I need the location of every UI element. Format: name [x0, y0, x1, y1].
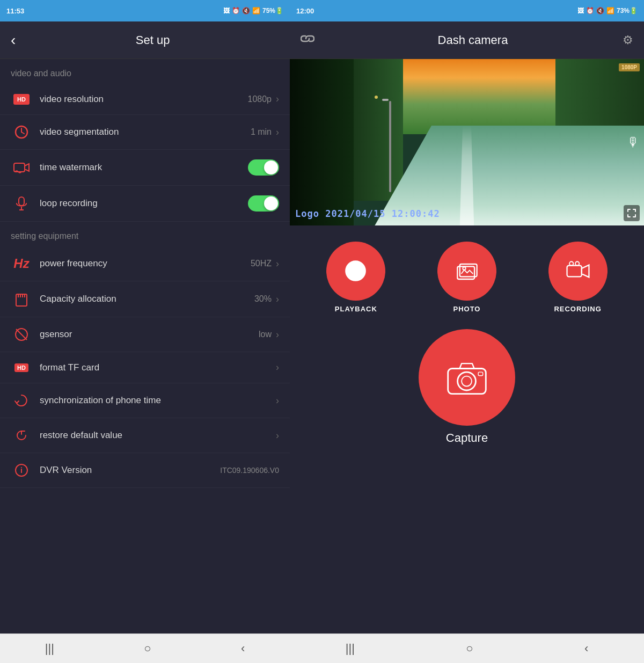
svg-line-14: [16, 329, 27, 340]
home-button[interactable]: ○: [140, 637, 155, 660]
setup-header: ‹ Set up: [0, 21, 290, 59]
setting-format-tf[interactable]: HD format TF card ›: [0, 352, 290, 383]
setting-capacity-allocation[interactable]: Capacity allocation 30% ›: [0, 281, 290, 317]
chevron-icon: ›: [276, 430, 279, 441]
recents-button[interactable]: |||: [41, 637, 58, 660]
chevron-icon: ›: [276, 258, 279, 269]
svg-rect-3: [14, 163, 25, 172]
left-status-icons: 🖼 ⏰ 🔇 📶 75%🔋: [223, 7, 283, 14]
capture-section: Capture: [290, 324, 644, 461]
capacity-allocation-label: Capacity allocation: [40, 294, 254, 304]
restore-icon: [11, 428, 32, 443]
dvr-version-label: DVR Version: [40, 465, 220, 476]
right-time: 12:00: [296, 7, 314, 15]
playback-label: PLAYBACK: [335, 305, 377, 313]
svg-line-2: [21, 132, 24, 134]
setup-title: Set up: [26, 33, 279, 47]
svg-rect-34: [478, 372, 482, 376]
camera-wave-icon: [11, 160, 32, 175]
playback-button[interactable]: PLAYBACK: [326, 242, 385, 313]
mic-icon: [11, 196, 32, 211]
left-status-bar: 11:53 🖼 ⏰ 🔇 📶 75%🔋: [0, 0, 290, 21]
camera-image: [290, 59, 644, 225]
recording-label: RECORDING: [554, 305, 601, 313]
right-bottom-nav: ||| ○ ‹: [290, 633, 644, 663]
info-icon: i: [11, 463, 32, 478]
left-panel: ‹ Set up video and audio HD video resolu…: [0, 21, 290, 633]
setting-time-watermark[interactable]: time watermark: [0, 150, 290, 186]
left-time: 11:53: [6, 7, 24, 15]
resolution-badge: 1080P: [619, 63, 640, 71]
loop-recording-label: loop recording: [40, 198, 248, 209]
left-bottom-nav: ||| ○ ‹: [0, 633, 290, 663]
photo-circle: [437, 242, 496, 301]
playback-circle: [326, 242, 385, 301]
time-watermark-toggle[interactable]: [248, 159, 279, 176]
restore-default-label: restore default value: [40, 430, 276, 441]
bottom-bars: ||| ○ ‹ ||| ○ ‹: [0, 633, 644, 663]
link-icon[interactable]: [301, 33, 314, 48]
svg-point-33: [462, 376, 472, 387]
gsensor-icon: [11, 327, 32, 342]
right-status-bar: 12:00 🖼 ⏰ 🔇 📶 73%🔋: [290, 0, 644, 21]
back-button[interactable]: ‹: [11, 32, 16, 49]
settings-icon[interactable]: ⚙: [623, 33, 633, 47]
recording-circle: [548, 242, 608, 301]
status-bars: 11:53 🖼 ⏰ 🔇 📶 75%🔋 12:00 🖼 ⏰ 🔇 📶 73%🔋: [0, 0, 644, 21]
settings-list: video and audio HD video resolution 1080…: [0, 59, 290, 633]
clock-icon: [11, 125, 32, 140]
main-content: ‹ Set up video and audio HD video resolu…: [0, 21, 644, 633]
back-nav-button[interactable]: ‹: [237, 637, 249, 660]
setting-video-resolution[interactable]: HD video resolution 1080p ›: [0, 84, 290, 115]
format-tf-label: format TF card: [40, 362, 276, 373]
section-setting-equipment: setting equipment: [0, 222, 290, 246]
setting-power-frequency[interactable]: Hz power frequency 50HZ ›: [0, 246, 290, 281]
sd-card-icon: [11, 291, 32, 307]
hd2-icon: HD: [11, 363, 32, 372]
hd-icon: HD: [11, 94, 32, 105]
back-nav-button-right[interactable]: ‹: [580, 637, 592, 660]
gsensor-value: low: [259, 330, 272, 339]
section-video-audio: video and audio: [0, 59, 290, 84]
svg-rect-5: [19, 197, 24, 206]
chevron-icon: ›: [276, 93, 279, 105]
setting-dvr-version: i DVR Version ITC09.190606.V0: [0, 453, 290, 488]
hz-icon: Hz: [11, 256, 32, 271]
microphone-icon: 🎙: [627, 135, 640, 150]
power-frequency-label: power frequency: [40, 258, 251, 269]
svg-rect-27: [567, 266, 581, 277]
recents-button-right[interactable]: |||: [341, 637, 359, 660]
setting-gsensor[interactable]: gsensor low ›: [0, 317, 290, 352]
fullscreen-button[interactable]: [624, 205, 640, 221]
sync-phone-time-label: synchronization of phone time: [40, 395, 276, 406]
gsensor-label: gsensor: [40, 329, 259, 340]
setting-restore-default[interactable]: restore default value ›: [0, 418, 290, 453]
chevron-icon: ›: [276, 329, 279, 340]
capacity-allocation-value: 30%: [254, 294, 272, 304]
camera-feed: 1080P Logo 2021/04/15 12:00:42 🎙: [290, 59, 644, 225]
setting-video-segmentation[interactable]: video segmentation 1 min ›: [0, 115, 290, 150]
action-buttons: PLAYBACK PHOTO: [290, 225, 644, 324]
photo-button[interactable]: PHOTO: [437, 242, 496, 313]
power-frequency-value: 50HZ: [251, 259, 272, 268]
setting-sync-phone-time[interactable]: synchronization of phone time ›: [0, 383, 290, 418]
video-segmentation-value: 1 min: [251, 127, 272, 137]
svg-point-26: [463, 267, 465, 269]
camera-timestamp: Logo 2021/04/15 12:00:42: [295, 208, 440, 219]
video-resolution-label: video resolution: [40, 94, 248, 105]
svg-point-32: [458, 372, 476, 390]
recording-button[interactable]: RECORDING: [548, 242, 608, 313]
sync-icon: [11, 393, 32, 408]
home-button-right[interactable]: ○: [462, 637, 477, 660]
dash-camera-title: Dash camera: [323, 33, 623, 47]
svg-point-19: [353, 268, 358, 273]
setting-loop-recording[interactable]: loop recording: [0, 186, 290, 222]
svg-text:i: i: [20, 466, 23, 475]
time-watermark-label: time watermark: [40, 162, 248, 173]
right-panel: Dash camera ⚙: [290, 21, 644, 633]
right-status-icons: 🖼 ⏰ 🔇 📶 73%🔋: [577, 7, 638, 14]
loop-recording-toggle[interactable]: [248, 195, 279, 212]
capture-button[interactable]: Capture: [419, 329, 515, 445]
dvr-version-value: ITC09.190606.V0: [220, 466, 279, 475]
video-segmentation-label: video segmentation: [40, 127, 251, 137]
